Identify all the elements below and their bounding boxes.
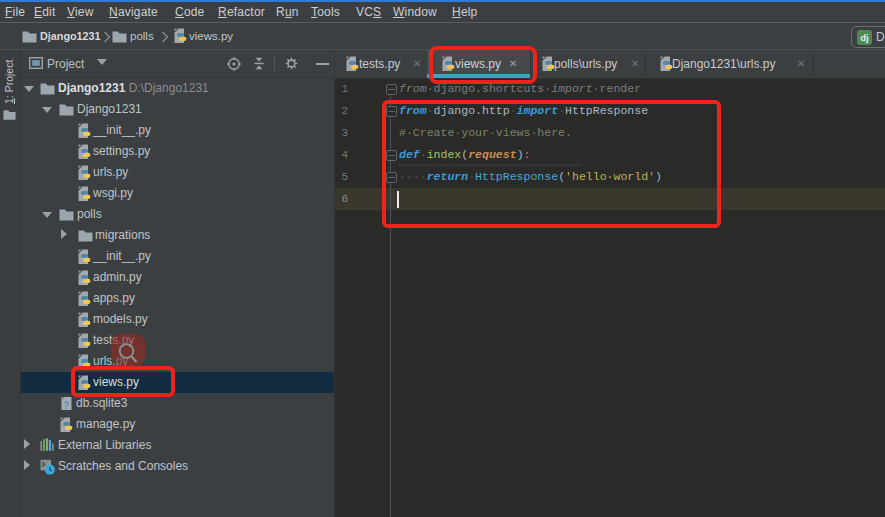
svg-text:?: ? [63, 399, 69, 411]
